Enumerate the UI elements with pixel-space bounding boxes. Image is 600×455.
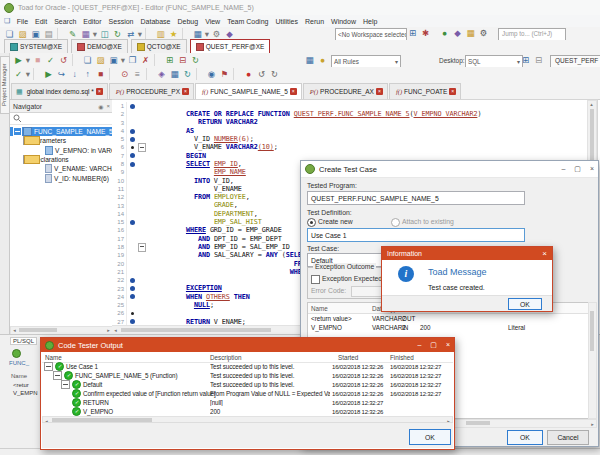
connection-tab[interactable]: QUEST_PERF@XE — [190, 39, 271, 54]
gutter[interactable] — [127, 251, 138, 259]
gutter[interactable] — [127, 143, 138, 151]
tested-program-field[interactable]: QUEST_PERF.FUNC_SAMPLE_NAME_5 — [307, 191, 525, 205]
fold-column[interactable] — [138, 110, 146, 118]
workspace-remove-icon[interactable]: ✱ — [419, 27, 432, 39]
menu-item[interactable]: Editor — [80, 18, 105, 25]
report-manager-icon[interactable]: ▥ — [154, 28, 167, 40]
compile-icon[interactable]: ✓ — [12, 68, 25, 80]
menu-item[interactable]: Session — [105, 18, 137, 25]
navigator-tree-item[interactable]: V_ID: NUMBER(6) — [10, 173, 113, 182]
gutter[interactable] — [127, 185, 138, 193]
results-panel-tab[interactable]: PL/SQL — [10, 337, 37, 345]
explain-plan-icon[interactable]: ▦ — [168, 68, 181, 80]
fold-column[interactable] — [138, 193, 146, 201]
fold-column[interactable] — [138, 185, 146, 193]
expand-collapse-icon[interactable] — [13, 127, 22, 136]
rollback-icon[interactable]: ↺ — [57, 54, 70, 66]
fold-column[interactable] — [138, 177, 146, 185]
result-row[interactable]: FUNC_SAMPLE_NAME_5 (Function) Test succe… — [42, 371, 453, 380]
gutter[interactable] — [127, 110, 138, 118]
gutter[interactable] — [127, 202, 138, 210]
watches-icon[interactable]: ≡ — [131, 68, 144, 80]
revert-desktop-icon[interactable]: ⊟ — [532, 54, 545, 66]
cut-icon[interactable]: ✗ — [139, 54, 152, 66]
gutter[interactable] — [127, 168, 138, 176]
separator[interactable] — [146, 68, 153, 80]
gutter[interactable] — [127, 235, 138, 243]
separator[interactable] — [154, 54, 161, 66]
new-connection-icon[interactable]: ❏ — [3, 28, 16, 40]
fold-column[interactable] — [138, 268, 146, 276]
menu-item[interactable]: Search — [51, 18, 80, 25]
flag-icon[interactable]: ⚑ — [218, 68, 231, 80]
apps-icon[interactable]: ▦ — [191, 28, 204, 40]
expand-collapse-icon[interactable] — [61, 380, 70, 389]
support-bundle-icon[interactable]: ▦ — [464, 27, 477, 39]
separator[interactable] — [33, 68, 40, 80]
open-file-icon[interactable]: ▨ — [16, 28, 29, 40]
breakpoint-icon[interactable]: ⊙ — [118, 68, 131, 80]
add-item-icon[interactable]: ⊞ — [163, 54, 176, 66]
navigator-tree-item[interactable]: V_EMPNO: in VARCHAR — [10, 146, 113, 155]
close-icon[interactable]: × — [542, 249, 547, 258]
result-row[interactable]: Default Test succeeded up to this level.… — [42, 380, 453, 389]
new-file-icon[interactable]: ❏ — [81, 54, 94, 66]
find-object-icon[interactable]: ◉ — [205, 68, 218, 80]
toad-world-icon[interactable]: ● — [438, 27, 451, 39]
fold-column[interactable] — [138, 218, 146, 226]
connection-tab[interactable]: SYSTEM@XE — [4, 39, 68, 54]
run-debug-icon[interactable]: ▶ — [42, 68, 55, 80]
knowledge-base-icon[interactable]: ◆ — [451, 27, 464, 39]
gutter[interactable] — [127, 301, 138, 309]
menu-item[interactable]: View — [202, 18, 224, 25]
menu-item[interactable]: Rerun — [301, 18, 327, 25]
auto-trace-icon[interactable]: ↻ — [181, 68, 194, 80]
result-row[interactable]: Use Case 1 Test succeeded up to this lev… — [42, 362, 453, 371]
gutter[interactable] — [127, 285, 138, 293]
separator[interactable] — [145, 28, 152, 40]
tools-icon[interactable]: ⚙ — [210, 28, 223, 40]
menu-item[interactable]: Help — [359, 18, 380, 25]
step-into-icon[interactable]: ↓ — [68, 68, 81, 80]
gutter[interactable] — [127, 243, 138, 251]
column-description[interactable]: Description — [210, 354, 242, 361]
scroll-right-icon[interactable]: ▸ — [105, 327, 112, 333]
commit-icon[interactable]: ✓ — [44, 54, 57, 66]
gutter[interactable] — [127, 293, 138, 301]
pin-icon[interactable]: ◉ — [98, 103, 103, 110]
navigator-tree-item[interactable]: FUNC_SAMPLE_NAME_5: VAR — [10, 127, 113, 136]
fold-column[interactable] — [138, 202, 146, 210]
cancel-button[interactable]: Cancel — [547, 430, 589, 445]
fold-column[interactable] — [138, 102, 146, 110]
create-new-radio[interactable] — [307, 218, 316, 227]
save-icon[interactable]: ▣ — [107, 54, 120, 66]
gutter[interactable] — [127, 218, 138, 226]
save-desktop-icon[interactable]: ⊞ — [519, 54, 532, 66]
fold-column[interactable] — [138, 293, 146, 301]
gutter[interactable] — [127, 226, 138, 234]
menu-item[interactable]: Database — [137, 18, 174, 25]
fold-column[interactable] — [138, 301, 146, 309]
ok-button[interactable]: OK — [507, 430, 543, 445]
ok-button[interactable]: OK — [409, 429, 451, 445]
separator[interactable] — [57, 28, 64, 40]
schema-browser-icon[interactable]: ▦ — [79, 28, 92, 40]
gutter[interactable] — [127, 160, 138, 168]
expand-collapse-icon[interactable] — [53, 371, 62, 380]
navigator-tree-item[interactable]: Parameters — [10, 136, 113, 145]
menu-item[interactable]: Debug — [174, 18, 202, 25]
close-tab-icon[interactable]: × — [182, 88, 189, 95]
gutter[interactable] — [127, 177, 138, 185]
fold-column[interactable] — [138, 276, 146, 284]
grid-vertical-scrollbar[interactable] — [588, 302, 597, 419]
expand-collapse-icon[interactable] — [44, 362, 53, 371]
open-icon[interactable]: ▨ — [94, 54, 107, 66]
step-over-icon[interactable]: ↪ — [55, 68, 68, 80]
fold-column[interactable] — [138, 127, 146, 135]
save-icon[interactable]: ▣ — [29, 28, 42, 40]
close-tab-icon[interactable]: × — [96, 88, 103, 95]
menu-item[interactable]: Team Coding — [224, 18, 272, 25]
gutter[interactable] — [127, 193, 138, 201]
grid-column-name[interactable]: Name — [311, 305, 328, 312]
close-icon[interactable]: × — [590, 165, 594, 173]
